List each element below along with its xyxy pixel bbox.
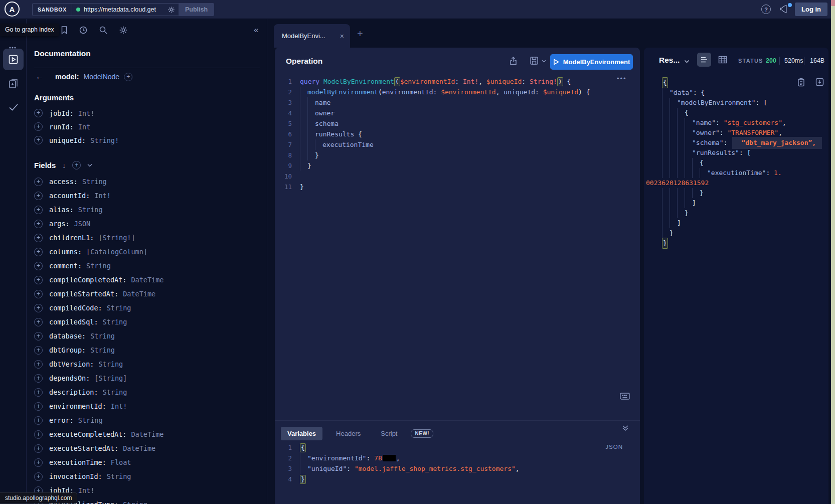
explorer-play-square-icon (8, 54, 19, 65)
field-row[interactable]: +database:String (34, 329, 255, 343)
variables-divider (275, 420, 640, 421)
add-field-to-query-button[interactable]: + (34, 374, 43, 383)
field-row[interactable]: +dbtGroup:String (34, 343, 255, 357)
line-number: 11 (275, 182, 292, 192)
code-token: "runResults" (692, 148, 739, 158)
indent-guide (662, 108, 670, 118)
add-tab-button[interactable]: + (357, 28, 363, 40)
add-field-to-query-button[interactable]: + (34, 178, 43, 186)
add-field-to-query-button[interactable]: + (34, 444, 43, 453)
field-row[interactable]: +error:String (34, 413, 255, 427)
field-row[interactable]: +executionTime:Float (34, 455, 255, 469)
add-field-to-query-button[interactable]: + (34, 430, 43, 439)
field-row[interactable]: +executeCompletedAt:DateTime (34, 427, 255, 441)
save-options-chevron-icon[interactable] (542, 60, 546, 63)
doc-type-link[interactable]: ModelNode (84, 73, 120, 81)
add-field-to-query-button[interactable]: + (34, 290, 43, 298)
add-field-to-query-button[interactable]: + (34, 122, 43, 131)
back-arrow-icon[interactable]: ← (36, 72, 44, 81)
save-icon[interactable] (530, 56, 539, 65)
variables-editor[interactable]: 1{2"environmentId": 78,3"uniqueId": "mod… (275, 442, 640, 484)
field-row[interactable]: +dependsOn:[String] (34, 371, 255, 385)
response-view-table-toggle[interactable] (718, 56, 727, 64)
indent-guide (307, 97, 315, 108)
response-json-viewer[interactable]: {"data": {"modelByEnvironment": [{"name"… (645, 78, 825, 248)
field-row[interactable]: +compileCompletedAt:DateTime (34, 273, 255, 287)
add-field-to-query-button[interactable]: + (34, 234, 43, 242)
field-row[interactable]: +access:String (34, 175, 255, 189)
add-field-to-query-button[interactable]: + (34, 248, 43, 256)
add-all-fields-button[interactable]: + (72, 161, 81, 170)
announcements-megaphone-icon[interactable] (779, 4, 791, 15)
code-line-content: ] (662, 198, 696, 208)
share-icon[interactable] (509, 56, 518, 66)
argument-row[interactable]: +uniqueId:String! (34, 133, 255, 147)
add-field-to-query-button[interactable]: + (34, 276, 43, 284)
argument-row[interactable]: +jobId:Int! (34, 106, 255, 120)
indent-guide (662, 138, 670, 148)
add-field-to-query-button[interactable]: + (34, 136, 43, 144)
add-field-button[interactable]: + (124, 73, 132, 81)
indent-guide (662, 158, 670, 168)
indent-guide (700, 168, 707, 178)
doc-field-type: Int (78, 123, 90, 131)
apollo-logo[interactable]: A (5, 2, 20, 17)
response-title[interactable]: Res... (659, 56, 680, 65)
field-row[interactable]: +dbtVersion:String (34, 357, 255, 371)
query-editor[interactable]: 1query ModelByEnvironment($environmentId… (275, 76, 640, 192)
code-line: 9} (275, 160, 640, 171)
add-field-to-query-button[interactable]: + (34, 109, 43, 117)
run-operation-button[interactable]: ModelByEnvironment (550, 54, 633, 70)
explorer-nav-item[interactable] (3, 49, 24, 70)
connection-settings-gear-icon[interactable] (168, 6, 175, 14)
field-row[interactable]: +compileStartedAt:DateTime (34, 287, 255, 301)
add-field-to-query-button[interactable]: + (34, 262, 43, 270)
field-row[interactable]: +comment:String (34, 259, 255, 273)
chevron-down-icon[interactable] (87, 163, 92, 167)
login-button[interactable]: Log in (795, 3, 827, 16)
add-field-to-query-button[interactable]: + (34, 416, 43, 425)
add-field-to-query-button[interactable]: + (34, 206, 43, 214)
field-row[interactable]: +environmentId:Int! (34, 399, 255, 413)
add-field-to-query-button[interactable]: + (34, 458, 43, 467)
add-field-to-query-button[interactable]: + (34, 402, 43, 411)
field-row[interactable]: +accountId:Int! (34, 189, 255, 203)
response-dropdown-chevron-icon[interactable] (684, 60, 690, 63)
field-row[interactable]: +columns:[CatalogColumn] (34, 245, 255, 259)
field-row[interactable]: +childrenL1:[String!] (34, 231, 255, 245)
add-field-to-query-button[interactable]: + (34, 360, 43, 369)
sort-fields-icon[interactable]: ↓ (62, 161, 66, 170)
add-field-to-query-button[interactable]: + (34, 332, 43, 341)
argument-row[interactable]: +runId:Int (34, 120, 255, 133)
checks-nav-item[interactable] (8, 103, 19, 112)
field-row[interactable]: +alias:String (34, 203, 255, 217)
keyboard-shortcuts-icon[interactable] (620, 393, 630, 400)
field-row[interactable]: +args:JSON (34, 217, 255, 231)
help-icon[interactable]: ? (761, 5, 771, 14)
add-field-to-query-button[interactable]: + (34, 346, 43, 355)
doc-field-name: comment: (49, 262, 82, 270)
field-row[interactable]: +executeStartedAt:DateTime (34, 441, 255, 455)
add-field-to-query-button[interactable]: + (34, 318, 43, 326)
field-row[interactable]: +compiledCode:String (34, 301, 255, 315)
endpoint-url-input[interactable]: https://metadata.cloud.get (84, 6, 164, 13)
endpoint-url-box[interactable]: https://metadata.cloud.get (72, 3, 181, 16)
collapse-variables-icon[interactable] (622, 425, 629, 431)
variables-tab-script[interactable]: Script (374, 427, 404, 440)
field-row[interactable]: +compiledSql:String (34, 315, 255, 329)
collections-nav-item[interactable] (8, 78, 19, 89)
add-field-to-query-button[interactable]: + (34, 472, 43, 481)
variables-tab-headers[interactable]: Headers (329, 427, 367, 440)
publish-button[interactable]: Publish (179, 3, 214, 16)
tab-modelbyenvironment[interactable]: ModelByEnvi... × (274, 24, 350, 48)
add-field-to-query-button[interactable]: + (34, 220, 43, 228)
add-field-to-query-button[interactable]: + (34, 192, 43, 200)
field-row[interactable]: +description:String (34, 385, 255, 399)
response-view-raw-toggle[interactable] (697, 53, 711, 67)
field-row[interactable]: +invocationId:String (34, 469, 255, 483)
variables-tab-variables[interactable]: Variables (281, 427, 322, 440)
tab-close-icon[interactable]: × (340, 32, 344, 40)
add-field-to-query-button[interactable]: + (34, 388, 43, 397)
code-token: 78 (374, 453, 382, 463)
add-field-to-query-button[interactable]: + (34, 304, 43, 312)
